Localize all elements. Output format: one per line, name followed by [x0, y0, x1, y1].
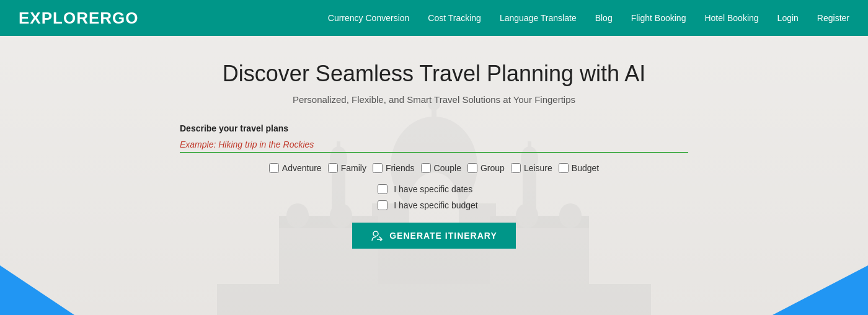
specific-budget-label: I have specific budget [394, 200, 477, 210]
checkbox-budget[interactable]: Budget [559, 163, 599, 173]
checkbox-group[interactable]: Group [467, 163, 505, 173]
checkbox-group-label: Group [480, 163, 505, 173]
hero-subtitle: Personalized, Flexible, and Smart Travel… [293, 94, 575, 105]
nav-language-translate[interactable]: Language Translate [500, 13, 577, 23]
specific-dates-item[interactable]: I have specific dates [378, 184, 472, 194]
checkbox-adventure-label: Adventure [282, 163, 322, 173]
checkbox-budget-label: Budget [572, 163, 599, 173]
itinerary-icon [371, 230, 383, 241]
checkbox-adventure-input[interactable] [269, 163, 279, 173]
specific-budget-checkbox[interactable] [378, 200, 388, 210]
nav-login[interactable]: Login [777, 13, 799, 23]
specific-dates-label: I have specific dates [394, 184, 472, 194]
checkbox-couple-label: Couple [434, 163, 461, 173]
specific-options: I have specific dates I have specific bu… [378, 184, 477, 210]
travel-input-section: Describe your travel plans [180, 123, 688, 153]
specific-dates-checkbox[interactable] [378, 184, 388, 194]
nav-register[interactable]: Register [817, 13, 849, 23]
checkbox-leisure-input[interactable] [511, 163, 521, 173]
travel-plans-label: Describe your travel plans [180, 123, 688, 133]
checkbox-adventure[interactable]: Adventure [269, 163, 322, 173]
checkbox-friends[interactable]: Friends [373, 163, 415, 173]
checkbox-family-input[interactable] [328, 163, 338, 173]
checkbox-couple-input[interactable] [421, 163, 431, 173]
checkbox-friends-label: Friends [386, 163, 415, 173]
travel-plans-input[interactable] [180, 137, 688, 153]
checkbox-leisure-label: Leisure [524, 163, 552, 173]
brand-logo[interactable]: EXPLORERGO [19, 9, 138, 28]
checkbox-budget-input[interactable] [559, 163, 569, 173]
generate-itinerary-button[interactable]: GENERATE ITINERARY [352, 223, 516, 249]
generate-button-label: GENERATE ITINERARY [389, 231, 497, 241]
checkbox-leisure[interactable]: Leisure [511, 163, 552, 173]
specific-budget-item[interactable]: I have specific budget [378, 200, 477, 210]
nav-blog[interactable]: Blog [595, 13, 613, 23]
nav-hotel-booking[interactable]: Hotel Booking [704, 13, 758, 23]
nav-links: Currency Conversion Cost Tracking Langua… [328, 13, 849, 23]
navbar: EXPLORERGO Currency Conversion Cost Trac… [0, 0, 868, 36]
checkbox-couple[interactable]: Couple [421, 163, 461, 173]
checkbox-family-label: Family [341, 163, 366, 173]
nav-flight-booking[interactable]: Flight Booking [631, 13, 686, 23]
hero-content: Discover Seamless Travel Planning with A… [0, 36, 868, 249]
checkbox-group-input[interactable] [467, 163, 477, 173]
svg-point-22 [373, 231, 378, 236]
trip-type-checkboxes: Adventure Family Friends Couple Group Le… [269, 163, 599, 173]
hero-title: Discover Seamless Travel Planning with A… [223, 61, 645, 87]
nav-currency-conversion[interactable]: Currency Conversion [328, 13, 410, 23]
checkbox-family[interactable]: Family [328, 163, 366, 173]
nav-cost-tracking[interactable]: Cost Tracking [428, 13, 481, 23]
hero-section: Discover Seamless Travel Planning with A… [0, 36, 868, 315]
checkbox-friends-input[interactable] [373, 163, 383, 173]
